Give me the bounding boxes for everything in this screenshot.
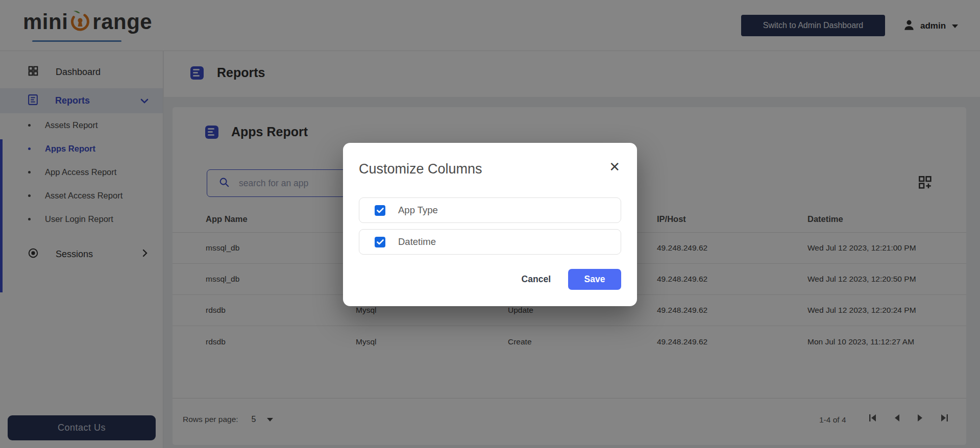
checkbox-datetime[interactable] [375, 237, 385, 247]
option-label: App Type [398, 205, 438, 216]
option-row-app-type[interactable]: App Type [359, 197, 621, 223]
close-icon[interactable]: ✕ [609, 160, 620, 173]
cancel-button[interactable]: Cancel [522, 274, 551, 285]
app-screen: mini range Switch to Admin Dashboard adm… [0, 0, 980, 448]
save-button[interactable]: Save [568, 269, 621, 290]
dialog-title: Customize Columns [359, 161, 482, 177]
customize-columns-dialog: Customize Columns ✕ App Type Datetime Ca… [343, 143, 637, 306]
option-row-datetime[interactable]: Datetime [359, 229, 621, 255]
option-label: Datetime [398, 236, 436, 247]
checkbox-app-type[interactable] [375, 205, 385, 216]
